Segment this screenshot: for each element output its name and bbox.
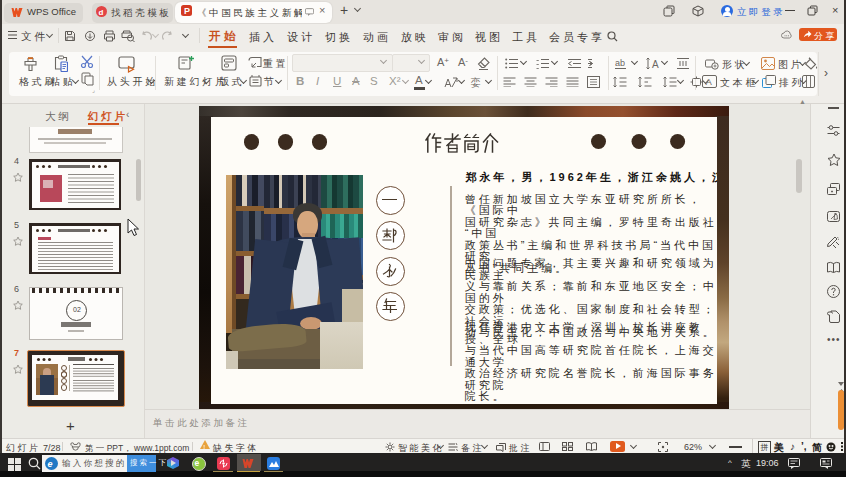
svg-text:A: A	[706, 76, 713, 87]
svg-text:ab: ab	[615, 58, 625, 68]
svg-text:A: A	[652, 59, 659, 70]
